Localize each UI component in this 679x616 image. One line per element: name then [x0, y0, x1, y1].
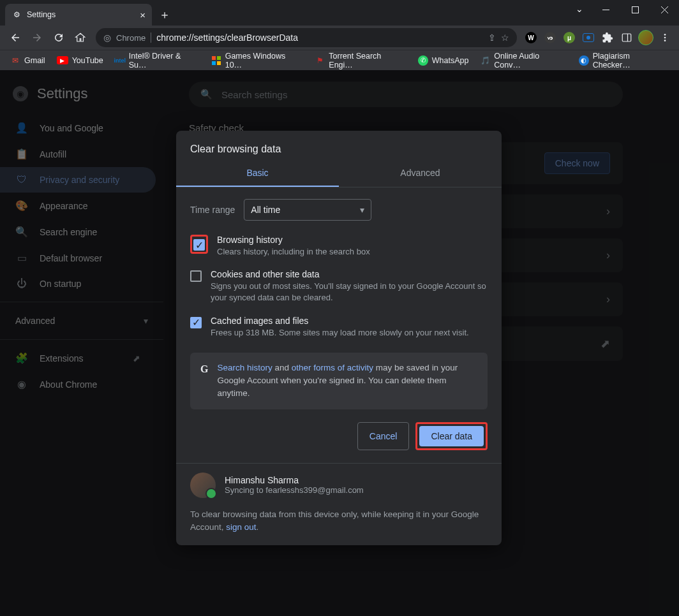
extensions-puzzle-icon[interactable]: [599, 29, 616, 47]
bookmark-torrent[interactable]: ⚑Torrent Search Engi…: [310, 49, 412, 72]
whatsapp-icon: ✆: [418, 55, 428, 66]
tab-search-icon[interactable]: ⌄: [576, 4, 583, 14]
youtube-icon: ▶: [57, 56, 68, 64]
ext-wallaby-icon[interactable]: W: [522, 29, 540, 47]
side-panel-icon[interactable]: [618, 29, 636, 47]
user-name: Himanshu Sharma: [225, 475, 364, 485]
time-range-label: Time range: [190, 205, 235, 215]
svg-rect-9: [212, 56, 216, 60]
url-scheme-label: Chrome: [116, 33, 146, 43]
checkbox-browsing-history[interactable]: ✓: [193, 239, 205, 251]
browser-toolbar: ◎ Chrome chrome://settings/clearBrowserD…: [0, 26, 679, 50]
tab-basic[interactable]: Basic: [176, 160, 339, 187]
user-avatar: [190, 473, 216, 498]
item-subtitle: Signs you out of most sites. You'll stay…: [211, 281, 488, 304]
time-range-select[interactable]: All time ▾: [244, 199, 371, 221]
torrent-icon: ⚑: [315, 55, 325, 66]
window-maximize-button[interactable]: [620, 0, 650, 19]
tab-advanced[interactable]: Advanced: [339, 160, 502, 187]
other-activity-link[interactable]: other forms of activity: [292, 363, 373, 372]
user-sync-status: Syncing to fearlesshs399@gmail.com: [225, 485, 364, 495]
browser-menu-icon[interactable]: [656, 29, 674, 47]
home-button[interactable]: [70, 27, 91, 48]
audio-icon: 🎵: [480, 55, 490, 66]
item-title: Browsing history: [217, 235, 370, 245]
close-tab-icon[interactable]: ×: [140, 10, 146, 20]
share-icon[interactable]: ⇪: [488, 33, 496, 43]
search-history-link[interactable]: Search history: [217, 363, 272, 372]
google-g-icon: G: [200, 362, 208, 400]
tab-title: Settings: [27, 10, 56, 19]
bookmark-intel[interactable]: intelIntel® Driver & Su…: [110, 49, 205, 72]
sign-out-link[interactable]: sign out: [226, 522, 256, 532]
plagiarism-icon: ◐: [579, 55, 589, 66]
windows-icon: [211, 55, 221, 66]
omnibox-divider: [151, 33, 151, 43]
bookmark-star-icon[interactable]: ☆: [501, 33, 509, 43]
bookmark-gmail[interactable]: ✉Gmail: [5, 53, 50, 68]
dialog-title: Clear browsing data: [176, 131, 502, 160]
svg-point-8: [664, 40, 666, 41]
ext-rec-icon[interactable]: [579, 29, 597, 47]
cancel-button[interactable]: Cancel: [357, 422, 410, 450]
ext-utorrent-icon[interactable]: μ: [560, 29, 578, 47]
window-minimize-button[interactable]: [591, 0, 620, 19]
back-button[interactable]: [5, 27, 26, 48]
new-tab-button[interactable]: ＋: [156, 6, 174, 24]
url-text: chrome://settings/clearBrowserData: [156, 33, 298, 43]
gear-icon: ⚙: [11, 10, 22, 20]
clear-browsing-data-dialog: Clear browsing data Basic Advanced Time …: [176, 131, 502, 545]
bookmark-plagiarism[interactable]: ◐Plagiarism Checker…: [574, 49, 674, 72]
svg-rect-4: [622, 34, 631, 41]
svg-rect-10: [217, 56, 221, 60]
highlight-box-1: ✓: [190, 235, 208, 254]
site-info-icon[interactable]: ◎: [103, 33, 111, 43]
dialog-footer-text: To clear browsing data from this device …: [176, 498, 502, 534]
ext-vd-icon[interactable]: vɔ: [541, 29, 559, 47]
intel-icon: intel: [115, 55, 125, 66]
bookmark-whatsapp[interactable]: ✆WhatsApp: [413, 53, 474, 68]
browser-tab[interactable]: ⚙ Settings ×: [5, 4, 152, 26]
browser-title-bar: ⚙ Settings × ＋ ⌄: [0, 0, 679, 26]
clear-data-button[interactable]: Clear data: [419, 426, 484, 446]
item-subtitle: Frees up 318 MB. Some sites may load mor…: [211, 327, 469, 339]
checkbox-cache[interactable]: ✓: [190, 317, 202, 328]
user-row: Himanshu Sharma Syncing to fearlesshs399…: [176, 473, 502, 498]
google-info-box: G Search history and other forms of acti…: [190, 353, 488, 409]
svg-point-6: [664, 34, 666, 36]
bookmark-youtube[interactable]: ▶YouTube: [52, 54, 108, 68]
svg-rect-12: [217, 61, 221, 65]
checkbox-cookies[interactable]: [190, 270, 202, 282]
svg-rect-1: [632, 6, 638, 13]
svg-rect-11: [212, 61, 216, 65]
reload-button[interactable]: [48, 27, 69, 48]
chevron-down-icon: ▾: [360, 205, 364, 215]
highlight-box-2: Clear data: [415, 422, 488, 450]
gmail-icon: ✉: [10, 55, 20, 66]
bookmark-games[interactable]: Games Windows 10…: [206, 49, 309, 72]
bookmark-audio[interactable]: 🎵Online Audio Conv…: [475, 49, 572, 72]
item-title: Cookies and other site data: [211, 269, 488, 279]
profile-avatar[interactable]: [637, 29, 655, 47]
item-subtitle: Clears history, including in the search …: [217, 246, 370, 258]
window-close-button[interactable]: [650, 0, 679, 19]
forward-button[interactable]: [27, 27, 47, 48]
svg-point-7: [664, 37, 666, 39]
address-bar[interactable]: ◎ Chrome chrome://settings/clearBrowserD…: [96, 28, 517, 47]
bookmarks-bar: ✉Gmail ▶YouTube intelIntel® Driver & Su……: [0, 50, 679, 70]
item-title: Cached images and files: [211, 316, 469, 326]
